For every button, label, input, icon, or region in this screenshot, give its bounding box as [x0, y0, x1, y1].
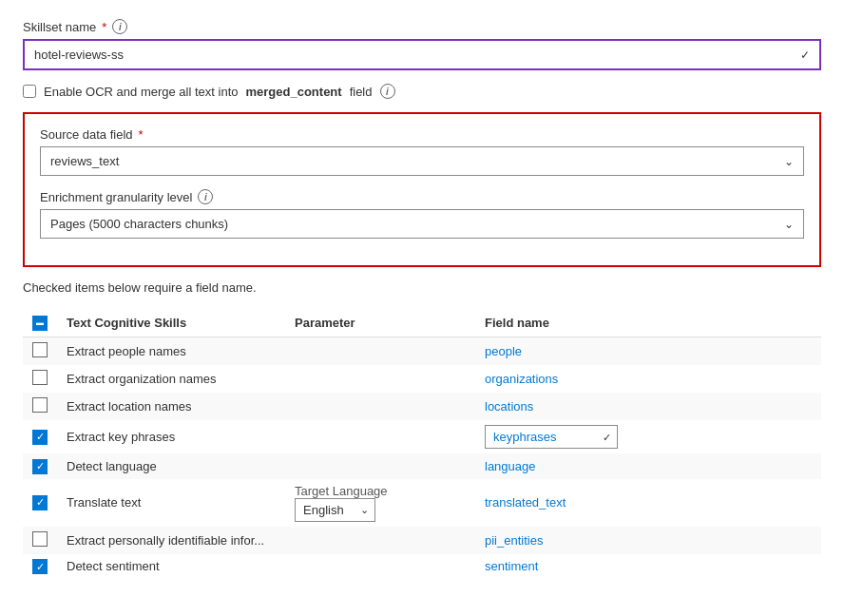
row-2-checkbox-cell [23, 393, 57, 420]
row-4-field-name-cell: language [475, 453, 821, 479]
row-5-param-select[interactable]: EnglishFrenchGermanSpanish [296, 499, 374, 521]
row-1-field-name-link[interactable]: organizations [485, 372, 558, 386]
th-checkbox [23, 308, 57, 337]
row-6-skill-name: Extract personally identifiable infor... [57, 527, 285, 554]
skillset-name-section: Skillset name * i hotel-reviews-ss ✓ [23, 19, 821, 70]
skillset-name-select[interactable]: hotel-reviews-ss [25, 41, 819, 68]
row-5-checkbox-cell [23, 479, 57, 527]
row-1-checkbox-cell [23, 365, 57, 393]
row-0-checkbox-cell [23, 337, 57, 366]
row-7-skill-name: Detect sentiment [57, 554, 285, 580]
row-7-checkbox[interactable] [32, 559, 48, 574]
row-6-field-name-link[interactable]: pii_entities [485, 533, 543, 548]
ocr-label: Enable OCR and merge all text into [44, 85, 239, 99]
row-5-param: Target Language EnglishFrenchGermanSpani… [285, 479, 475, 527]
row-7-param [285, 554, 475, 580]
row-3-skill-name: Extract key phrases [57, 420, 285, 453]
skillset-name-required: * [102, 20, 106, 34]
granularity-select-wrapper: Pages (5000 characters chunks) ⌄ [40, 209, 804, 239]
row-6-field-name-cell: pii_entities [475, 527, 821, 554]
table-row: Detect languagelanguage [23, 453, 821, 479]
row-1-field-name-cell: organizations [475, 365, 821, 393]
skillset-name-select-wrapper: hotel-reviews-ss ✓ [23, 39, 821, 70]
row-5-field-name-cell: translated_text [475, 479, 821, 527]
granularity-label: Enrichment granularity level [40, 190, 192, 204]
row-2-param [285, 393, 475, 420]
ocr-field-suffix: field [350, 85, 373, 99]
granularity-select[interactable]: Pages (5000 characters chunks) [41, 210, 803, 238]
row-1-param [285, 365, 475, 393]
ocr-merged-field: merged_content [246, 85, 342, 99]
header-checkbox-blue-icon[interactable] [32, 316, 48, 331]
table-header-row: Text Cognitive Skills Parameter Field na… [23, 308, 821, 337]
row-5-field-name-link[interactable]: translated_text [485, 495, 566, 510]
th-skill: Text Cognitive Skills [57, 308, 285, 337]
granularity-section: Enrichment granularity level i Pages (50… [40, 189, 804, 239]
row-3-field-name-cell: keyphrases✓ [475, 420, 821, 453]
row-4-field-name-link[interactable]: language [485, 459, 536, 473]
row-5-skill-name: Translate text [57, 479, 285, 527]
ocr-info-icon[interactable]: i [380, 84, 395, 99]
table-row: Extract organization namesorganizations [23, 365, 821, 393]
ocr-checkbox-row: Enable OCR and merge all text into merge… [23, 84, 821, 99]
row-7-checkbox-cell [23, 554, 57, 580]
granularity-info-icon[interactable]: i [198, 189, 213, 204]
skillset-name-info-icon[interactable]: i [112, 19, 127, 34]
row-5-checkbox[interactable] [32, 495, 48, 510]
row-2-field-name-link[interactable]: locations [485, 399, 533, 414]
row-2-skill-name: Extract location names [57, 393, 285, 420]
row-1-checkbox[interactable] [32, 370, 48, 385]
row-3-param [285, 420, 475, 453]
row-4-param [285, 453, 475, 479]
note-text: Checked items below require a field name… [23, 280, 821, 295]
row-2-field-name-cell: locations [475, 393, 821, 420]
row-7-field-name-cell: sentiment [475, 554, 821, 580]
ocr-checkbox[interactable] [23, 85, 36, 98]
row-7-field-name-link[interactable]: sentiment [485, 559, 538, 573]
skillset-name-label: Skillset name [23, 20, 96, 34]
row-0-field-name-cell: people [475, 337, 821, 366]
source-field-required: * [139, 127, 144, 142]
row-0-field-name-link[interactable]: people [485, 344, 522, 358]
source-field-label: Source data field [40, 127, 133, 142]
row-3-checkbox[interactable] [32, 430, 48, 445]
row-5-param-label: Target Language [295, 484, 388, 498]
table-row: Extract location nameslocations [23, 393, 821, 420]
red-border-section: Source data field * reviews_text ⌄ Enric… [23, 112, 821, 267]
table-row: Translate textTarget Language EnglishFre… [23, 479, 821, 527]
skills-table: Text Cognitive Skills Parameter Field na… [23, 308, 821, 579]
source-field-select[interactable]: reviews_text [41, 147, 803, 175]
row-4-checkbox-cell [23, 453, 57, 479]
row-5-param-select-wrapper: EnglishFrenchGermanSpanish⌄ [295, 498, 375, 522]
source-field-select-wrapper: reviews_text ⌄ [40, 146, 804, 176]
row-3-field-name-select-wrapper: keyphrases✓ [485, 425, 618, 449]
row-2-checkbox[interactable] [32, 397, 48, 413]
table-row: Extract people namespeople [23, 337, 821, 366]
row-4-skill-name: Detect language [57, 453, 285, 479]
row-6-param [285, 527, 475, 554]
row-3-checkbox-cell [23, 420, 57, 453]
row-6-checkbox-cell [23, 527, 57, 554]
row-1-skill-name: Extract organization names [57, 365, 285, 393]
source-field-section: Source data field * reviews_text ⌄ [40, 127, 804, 176]
row-6-checkbox[interactable] [32, 531, 48, 547]
th-param: Parameter [285, 308, 475, 337]
th-fieldname: Field name [475, 308, 821, 337]
row-4-checkbox[interactable] [32, 459, 48, 474]
row-0-skill-name: Extract people names [57, 337, 285, 366]
row-3-field-name-select[interactable]: keyphrases [486, 426, 617, 448]
row-0-checkbox[interactable] [32, 342, 48, 357]
table-row: Extract personally identifiable infor...… [23, 527, 821, 554]
table-row: Extract key phraseskeyphrases✓ [23, 420, 821, 453]
table-row: Detect sentimentsentiment [23, 554, 821, 580]
row-0-param [285, 337, 475, 366]
